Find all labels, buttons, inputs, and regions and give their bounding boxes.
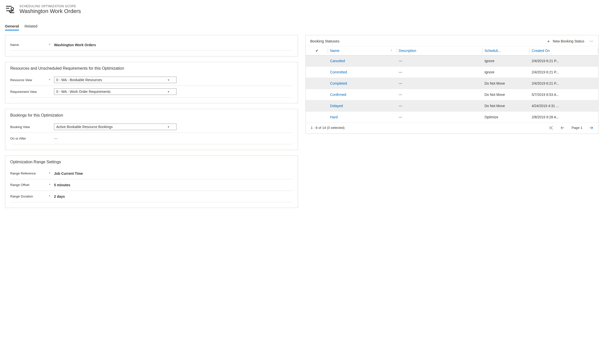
scope-icon — [5, 4, 16, 15]
table-row[interactable]: Hard---Optimize2/8/2019 9:28 A... — [306, 112, 598, 123]
table-row[interactable]: Completed---Do Not Move2/4/2019 6:21 P..… — [306, 78, 598, 89]
tabs: General Related — [5, 22, 603, 30]
row-description: --- — [397, 78, 482, 89]
tab-related[interactable]: Related — [24, 22, 38, 30]
booking-view-value: Active Bookable Resource Bookings — [56, 125, 113, 129]
new-booking-status-button[interactable]: ＋ New Booking Status — [546, 39, 584, 43]
range-offset-value[interactable]: 5 minutes — [54, 183, 293, 187]
new-booking-status-label: New Booking Status — [553, 39, 584, 43]
required-indicator: * — [49, 43, 54, 47]
row-scheduling: Optimize — [482, 112, 530, 123]
row-select[interactable] — [306, 67, 328, 78]
column-created-on-label: Created On — [532, 49, 550, 53]
row-select[interactable] — [306, 78, 328, 89]
row-created-on: 5/7/2019 8:53 A... — [530, 89, 598, 100]
table-row[interactable]: Confirmed---Do Not Move5/7/2019 8:53 A..… — [306, 89, 598, 100]
page-label: Page 1 — [572, 126, 582, 130]
booking-view-label: Booking View — [10, 125, 49, 129]
range-reference-value[interactable]: Job Current Time — [54, 172, 293, 176]
resource-view-value: 0 - WA - Bookable Resources — [56, 78, 102, 82]
booking-view-select[interactable]: Active Bookable Resource Bookings ▾ — [54, 124, 176, 130]
chevron-down-icon: ▾ — [168, 125, 169, 129]
bookings-heading: Bookings for this Optimization — [10, 113, 293, 118]
range-duration-label: Range Duration — [10, 194, 49, 198]
booking-statuses-subgrid: Booking Statuses ＋ New Booking Status ⋯ … — [306, 35, 598, 134]
next-page-icon[interactable] — [589, 126, 593, 130]
resources-heading: Resources and Unscheduled Requirements f… — [10, 66, 293, 71]
required-indicator: * — [49, 183, 54, 187]
column-name-label: Name — [330, 49, 339, 53]
row-created-on: 2/4/2019 6:21 P... — [530, 78, 598, 89]
resource-view-select[interactable]: 0 - WA - Bookable Resources ▾ — [54, 77, 176, 83]
bookings-card: Bookings for this Optimization Booking V… — [5, 109, 298, 150]
row-name[interactable]: Committed — [328, 67, 397, 78]
row-select[interactable] — [306, 100, 328, 112]
row-scheduling: Ignore — [482, 67, 530, 78]
table-row[interactable]: Delayed---Do Not Move4/24/2019 4:31 ... — [306, 100, 598, 112]
requirement-view-select[interactable]: 0 - WA - Work Order Requirements ▾ — [54, 88, 176, 95]
column-scheduling[interactable]: Scheduli... — [482, 46, 530, 55]
booking-statuses-grid: ✔ Name ↑ Description — [306, 46, 598, 123]
row-name[interactable]: Completed — [328, 78, 397, 89]
column-created-on[interactable]: Created On — [530, 46, 598, 55]
row-name[interactable]: Hard — [328, 112, 397, 123]
row-name[interactable]: Canceled — [328, 55, 397, 67]
plus-icon: ＋ — [546, 39, 551, 43]
required-indicator: * — [49, 194, 54, 198]
tab-general[interactable]: General — [5, 22, 19, 30]
row-select[interactable] — [306, 55, 328, 67]
table-row[interactable]: Canceled---Ignore2/4/2019 6:21 P... — [306, 55, 598, 67]
row-scheduling: Do Not Move — [482, 89, 530, 100]
range-heading: Optimization Range Settings — [10, 160, 293, 164]
row-description: --- — [397, 55, 482, 67]
requirement-view-label: Requirement View — [10, 90, 49, 94]
name-card: Name * Washington Work Orders — [5, 35, 298, 56]
column-description[interactable]: Description — [397, 46, 482, 55]
row-created-on: 2/4/2019 6:21 P... — [530, 55, 598, 67]
svg-point-2 — [11, 7, 14, 10]
row-scheduling: Do Not Move — [482, 100, 530, 112]
row-scheduling: Do Not Move — [482, 78, 530, 89]
resources-card: Resources and Unscheduled Requirements f… — [5, 62, 298, 103]
grid-summary: 1 - 6 of 14 (0 selected) — [311, 126, 344, 130]
chevron-down-icon: ▾ — [168, 78, 169, 82]
name-label: Name — [10, 43, 49, 47]
row-select[interactable] — [306, 112, 328, 123]
more-commands-button[interactable]: ⋯ — [589, 39, 594, 43]
grid-pager: Page 1 — [550, 126, 593, 130]
table-row[interactable]: Committed---Ignore2/4/2019 6:21 P... — [306, 67, 598, 78]
row-select[interactable] — [306, 89, 328, 100]
column-description-label: Description — [399, 49, 416, 53]
select-all-column[interactable]: ✔ — [306, 46, 328, 55]
row-created-on: 2/8/2019 9:28 A... — [530, 112, 598, 123]
check-icon: ✔ — [316, 49, 318, 53]
sort-asc-icon: ↑ — [391, 49, 392, 52]
range-card: Optimization Range Settings Range Refere… — [5, 156, 298, 208]
column-scheduling-label: Scheduli... — [484, 49, 501, 53]
row-created-on: 2/4/2019 6:21 P... — [530, 67, 598, 78]
row-scheduling: Ignore — [482, 55, 530, 67]
required-indicator: * — [49, 172, 54, 175]
row-name[interactable]: Confirmed — [328, 89, 397, 100]
name-value[interactable]: Washington Work Orders — [54, 43, 293, 47]
subgrid-title: Booking Statuses — [310, 39, 340, 43]
row-description: --- — [397, 67, 482, 78]
resource-view-label: Resource View — [10, 78, 49, 82]
on-or-after-value[interactable]: --- — [54, 137, 293, 141]
first-page-icon[interactable] — [550, 126, 554, 130]
row-description: --- — [397, 100, 482, 112]
range-reference-label: Range Reference — [10, 172, 49, 175]
prev-page-icon[interactable] — [560, 126, 564, 130]
row-created-on: 4/24/2019 4:31 ... — [530, 100, 598, 112]
required-indicator: * — [49, 78, 54, 82]
row-description: --- — [397, 89, 482, 100]
range-duration-value[interactable]: 2 days — [54, 194, 293, 198]
page-title: Washington Work Orders — [20, 8, 81, 14]
requirement-view-value: 0 - WA - Work Order Requirements — [56, 90, 110, 94]
page-eyebrow: SCHEDULING OPTIMIZATION SCOPE — [20, 4, 81, 8]
row-description: --- — [397, 112, 482, 123]
row-name[interactable]: Delayed — [328, 100, 397, 112]
range-offset-label: Range Offset — [10, 183, 49, 187]
chevron-down-icon: ▾ — [168, 90, 169, 93]
column-name[interactable]: Name ↑ — [328, 46, 397, 55]
